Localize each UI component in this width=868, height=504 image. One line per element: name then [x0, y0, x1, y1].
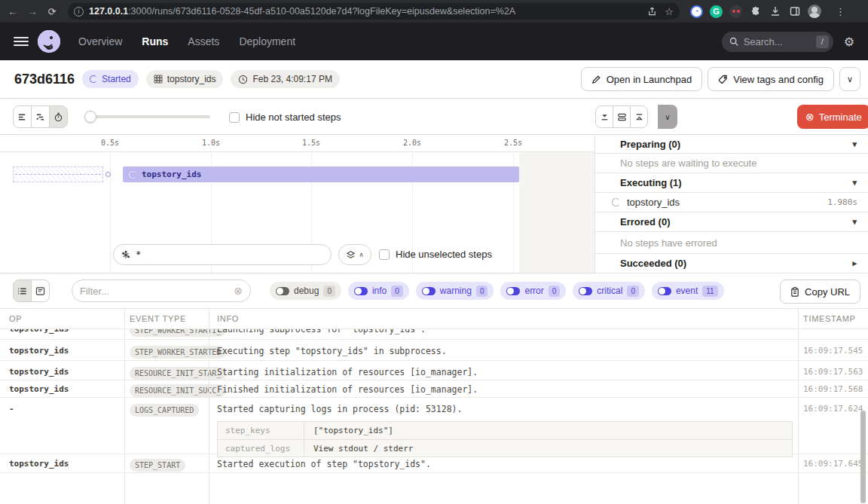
step-selection-input[interactable]: [113, 244, 332, 265]
view-waterfall-button[interactable]: [31, 105, 50, 128]
gear-icon[interactable]: ⚙: [844, 35, 854, 49]
clipboard-icon: [790, 287, 799, 297]
clear-filter-icon[interactable]: ⊗: [234, 285, 243, 297]
browser-toolbar: ← → ⟳ i 127.0.0.1:3000/runs/673d6116-052…: [0, 0, 868, 23]
logs-captured-metadata: step_keys ["topstory_ids"] captured_logs…: [217, 421, 793, 457]
table-row[interactable]: topstory_ids RESOURCE_INIT_SUCC_ Finishe…: [0, 380, 868, 398]
toggle-icon: [658, 287, 671, 295]
log-list-view-button[interactable]: [13, 279, 32, 302]
step-status-panel: Preparing (0)▾ No steps are waiting to e…: [595, 136, 868, 273]
search-shortcut-badge: /: [816, 35, 829, 48]
sidebar-icon[interactable]: [788, 5, 801, 18]
hamburger-menu-icon[interactable]: [14, 35, 29, 48]
zoom-slider[interactable]: [85, 115, 210, 118]
toggle-icon: [276, 287, 289, 295]
timestamp-link[interactable]: 16:09:17.545: [798, 340, 868, 362]
chip-event[interactable]: event11: [652, 282, 724, 300]
table-row[interactable]: topstory_ids RESOURCE_INIT_STAR_ Startin…: [0, 361, 868, 380]
graph-layers-button[interactable]: ∧: [338, 244, 371, 265]
share-icon[interactable]: [647, 7, 657, 17]
hide-unselected-checkbox[interactable]: Hide unselected steps: [379, 249, 492, 260]
copy-url-button[interactable]: Copy URL: [780, 279, 860, 304]
job-badge[interactable]: topstory_ids: [146, 70, 224, 88]
dagster-logo[interactable]: [38, 30, 60, 53]
section-succeeded[interactable]: Succeeded (0)▸: [595, 254, 868, 273]
zoom-slider-knob[interactable]: [84, 111, 96, 123]
open-launchpad-button[interactable]: Open in Launchpad: [581, 67, 702, 91]
axis-tick: 1.5s: [302, 139, 320, 147]
grammarly-icon[interactable]: G: [710, 5, 723, 18]
extensions-puzzle-icon[interactable]: [749, 5, 762, 18]
hide-not-started-checkbox[interactable]: Hide not started steps: [229, 111, 341, 123]
section-executing[interactable]: Executing (1)▾: [595, 173, 868, 193]
address-bar[interactable]: i 127.0.0.1:3000/runs/673d6116-0528-45df…: [68, 3, 680, 20]
terminate-button[interactable]: ⊗ Terminate: [797, 105, 868, 129]
chip-debug[interactable]: debug0: [270, 282, 341, 300]
browser-reload-icon[interactable]: ⟳: [42, 6, 62, 17]
run-actions-dropdown-button[interactable]: ∨: [839, 67, 860, 91]
nav-item-runs[interactable]: Runs: [142, 35, 168, 47]
run-id: 673d6116: [14, 72, 75, 87]
view-tags-config-button[interactable]: View tags and config: [708, 67, 834, 91]
gantt-step-bar[interactable]: topstory_ids: [123, 166, 519, 182]
gantt-pending-marker[interactable]: [13, 166, 103, 182]
log-structured-view-button[interactable]: [31, 279, 50, 302]
timestamp-link[interactable]: 16:09:17.645: [798, 454, 868, 475]
axis-tick: 1.0s: [202, 139, 220, 147]
event-log-table: OP EVENT TYPE INFO TIMESTAMP topstory_id…: [0, 309, 868, 504]
chip-error[interactable]: error0: [500, 282, 566, 300]
section-preparing[interactable]: Preparing (0)▾: [595, 136, 868, 154]
step-selection-value[interactable]: [136, 249, 323, 260]
run-main-area: 0.5s 1.0s 1.5s 2.0s 2.5s topstory_ids: [0, 136, 868, 273]
col-header-timestamp: TIMESTAMP: [798, 314, 868, 323]
extension-clock-icon[interactable]: ◔: [690, 5, 703, 18]
table-row[interactable]: topstory_ids STEP_WORKER_STARTI_ Launchi…: [0, 329, 868, 340]
reexecute-dropdown-button[interactable]: ∨: [658, 105, 677, 129]
section-errored[interactable]: Errored (0)▾: [595, 212, 868, 232]
timestamp-link[interactable]: 16:09:17.563: [798, 361, 868, 383]
terminate-icon: ⊗: [805, 111, 815, 122]
view-stdout-stderr-link[interactable]: View stdout / stderr: [304, 444, 413, 454]
browser-menu-icon[interactable]: ⋮: [836, 6, 845, 17]
search-icon: [729, 37, 738, 46]
table-row[interactable]: topstory_ids STEP_WORKER_STARTED Executi…: [0, 340, 868, 361]
table-header-row: OP EVENT TYPE INFO TIMESTAMP: [0, 309, 868, 329]
browser-back-icon[interactable]: ←: [3, 5, 23, 17]
start-time-badge: Feb 23, 4:09:17 PM: [231, 70, 339, 88]
chip-count: 11: [702, 286, 717, 297]
toggle-icon: [579, 287, 592, 295]
chip-info[interactable]: info0: [348, 282, 409, 300]
hide-unselected-checkbox-input[interactable]: [379, 249, 390, 260]
log-filter-input[interactable]: [80, 286, 234, 297]
view-timed-button[interactable]: [49, 105, 68, 128]
executing-step-row[interactable]: topstory_ids 1.980s: [595, 193, 868, 212]
browser-forward-icon[interactable]: →: [23, 5, 42, 17]
meta-key: step_keys: [218, 422, 304, 439]
table-row[interactable]: topstory_ids STEP_START Started executio…: [0, 454, 868, 473]
panel-split-button[interactable]: [613, 105, 631, 128]
timestamp-link[interactable]: 16:09:17.624: [798, 398, 868, 420]
download-icon[interactable]: [769, 5, 781, 18]
panel-collapse-down-button[interactable]: [595, 105, 613, 128]
scrollbar-thumb[interactable]: [860, 411, 866, 503]
bookmark-star-icon[interactable]: ☆: [665, 6, 674, 17]
chip-critical[interactable]: critical0: [573, 282, 645, 300]
view-flat-button[interactable]: [13, 105, 32, 128]
nav-item-overview[interactable]: Overview: [78, 35, 122, 47]
gantt-time-axis: 0.5s 1.0s 1.5s 2.0s 2.5s: [0, 136, 594, 152]
axis-tick: 2.0s: [403, 139, 421, 147]
site-info-icon[interactable]: i: [74, 7, 84, 17]
nav-item-assets[interactable]: Assets: [188, 35, 219, 47]
chip-warning[interactable]: warning0: [416, 282, 494, 300]
search-input[interactable]: Search... /: [722, 32, 833, 52]
nav-item-deployment[interactable]: Deployment: [239, 35, 295, 47]
profile-avatar[interactable]: [808, 5, 821, 18]
extension-red-eyes-icon[interactable]: [729, 5, 742, 18]
hide-not-started-checkbox-input[interactable]: [229, 112, 240, 123]
panel-expand-up-button[interactable]: [630, 105, 648, 128]
reexecute-button[interactable]: Re-execute (topstory_ids) ∨: [658, 105, 677, 129]
chip-count: 0: [323, 286, 335, 297]
table-row[interactable]: - LOGS_CAPTURED Started capturing logs i…: [0, 398, 868, 454]
log-filter-field[interactable]: ⊗: [72, 279, 251, 302]
timestamp-link[interactable]: [798, 329, 868, 330]
